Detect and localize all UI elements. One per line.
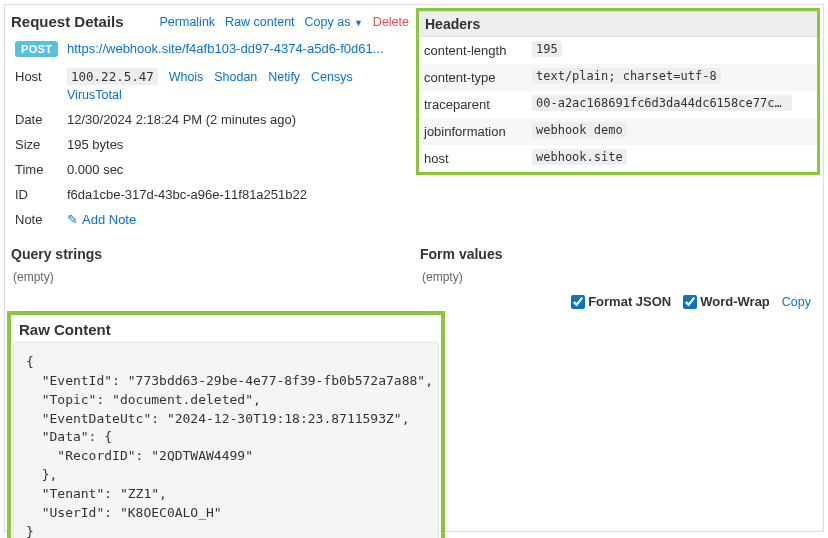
header-key: content-length [419, 37, 527, 64]
form-values-section: Form values (empty) [414, 238, 823, 294]
raw-content-link[interactable]: Raw content [225, 15, 294, 29]
header-row: hostwebhook.site [419, 145, 817, 172]
id-value: f6da1cbe-317d-43bc-a96e-11f81a251b22 [63, 182, 409, 207]
delete-link[interactable]: Delete [373, 15, 409, 29]
host-value: 100.22.5.47 [67, 68, 158, 85]
shodan-link[interactable]: Shodan [214, 70, 257, 84]
permalink-link[interactable]: Permalink [160, 15, 216, 29]
query-strings-empty: (empty) [11, 266, 408, 288]
time-value: 0.000 sec [63, 157, 409, 182]
request-details-title: Request Details [11, 13, 124, 30]
header-key: host [419, 145, 527, 172]
header-row: content-length195 [419, 37, 817, 64]
header-value: 195 [532, 41, 562, 57]
censys-link[interactable]: Censys [311, 70, 353, 84]
size-value: 195 bytes [63, 132, 409, 157]
header-key: traceparent [419, 91, 527, 118]
header-key: content-type [419, 64, 527, 91]
date-label: Date [11, 107, 63, 132]
headers-section: Headers content-length195content-typetex… [419, 11, 817, 172]
query-strings-section: Query strings (empty) [5, 238, 414, 294]
netify-link[interactable]: Netify [268, 70, 300, 84]
pencil-icon: ✎ [67, 212, 79, 227]
wordwrap-checkbox[interactable]: Word-Wrap [683, 294, 770, 309]
format-json-checkbox[interactable]: Format JSON [571, 294, 671, 309]
date-value: 12/30/2024 2:18:24 PM (2 minutes ago) [63, 107, 409, 132]
id-label: ID [11, 182, 63, 207]
note-label: Note [11, 207, 63, 232]
virustotal-link[interactable]: VirusTotal [67, 88, 122, 102]
headers-title: Headers [419, 11, 817, 37]
size-label: Size [11, 132, 63, 157]
request-panel: Request Details Permalink Raw content Co… [4, 4, 824, 532]
time-label: Time [11, 157, 63, 182]
wordwrap-input[interactable] [683, 295, 697, 309]
header-row: jobinformationwebhook demo [419, 118, 817, 145]
copy-as-dropdown[interactable]: Copy as ▼ [305, 15, 363, 29]
header-row: traceparent00-a2ac168691fc6d3da44dc6158c… [419, 91, 817, 118]
host-label: Host [11, 64, 63, 107]
whois-link[interactable]: Whois [169, 70, 204, 84]
query-strings-title: Query strings [11, 244, 408, 266]
header-row: content-typetext/plain; charset=utf-8 [419, 64, 817, 91]
format-json-input[interactable] [571, 295, 585, 309]
form-values-title: Form values [420, 244, 817, 266]
request-url[interactable]: https://webhook.site/f4afb103-dd97-4374-… [67, 41, 384, 56]
method-badge: POST [15, 41, 58, 57]
raw-content-body[interactable]: { "EventId": "773bdd63-29be-4e77-8f39-fb… [13, 342, 439, 538]
raw-content-title: Raw Content [13, 317, 439, 342]
add-note-button[interactable]: ✎Add Note [67, 212, 136, 227]
header-value: webhook.site [532, 149, 627, 165]
request-details: Request Details Permalink Raw content Co… [5, 5, 415, 238]
header-value: text/plain; charset=utf-8 [532, 68, 721, 84]
form-values-empty: (empty) [420, 266, 817, 288]
copy-link[interactable]: Copy [782, 295, 811, 309]
raw-content-section: Raw Content { "EventId": "773bdd63-29be-… [11, 315, 441, 538]
header-value: webhook demo [532, 122, 627, 138]
header-key: jobinformation [419, 118, 527, 145]
caret-down-icon: ▼ [354, 17, 363, 27]
header-value: 00-a2ac168691fc6d3da44dc6158ce77cef-1374… [532, 95, 792, 111]
